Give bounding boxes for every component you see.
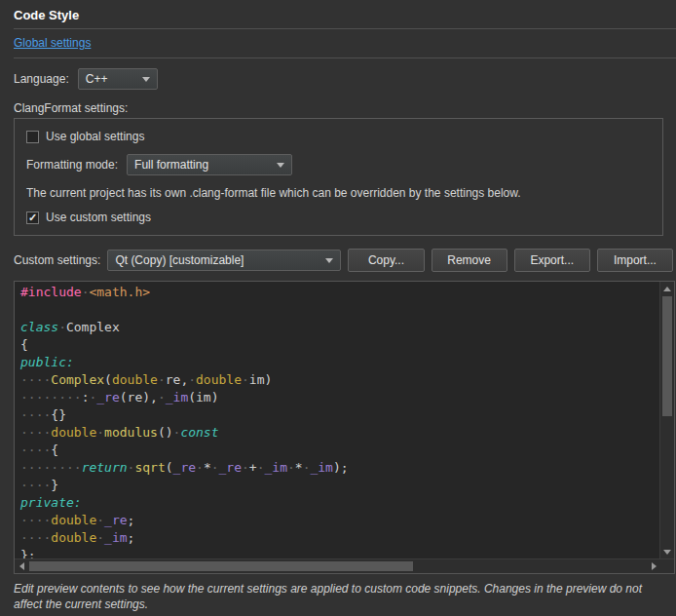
separator [14,58,676,58]
vertical-scrollbar-thumb[interactable] [662,296,672,416]
custom-settings-value: Qt (Copy) [customizable] [115,253,244,267]
code-line [20,301,659,319]
arrow-left-icon [19,562,24,570]
custom-settings-label: Custom settings: [14,253,100,267]
code-line: ····} [20,477,659,494]
language-select-value: C++ [86,72,108,86]
vertical-scrollbar[interactable] [659,282,674,558]
scroll-up-button[interactable] [660,282,674,295]
clang-format-note: The current project has its own .clang-f… [26,186,651,200]
code-editor-content[interactable]: #include·<math.h> class·Complex{public:·… [15,282,659,558]
code-editor-viewport: #include·<math.h> class·Complex{public:·… [15,282,674,558]
arrow-up-icon [663,287,671,291]
clangformat-groupbox: ✓ Use global settings Formatting mode: F… [14,118,663,236]
export-button[interactable]: Export... [514,249,590,272]
code-preview-editor[interactable]: #include·<math.h> class·Complex{public:·… [14,281,675,574]
global-settings-row: Global settings [0,29,676,58]
code-line: ····double·_re; [20,512,659,529]
language-row: Language: C++ [14,68,662,90]
code-line: }; [20,547,659,558]
code-line: ····double·modulus()·const [20,424,659,442]
arrow-right-icon [652,562,657,570]
custom-settings-row: Custom settings: Qt (Copy) [customizable… [14,249,673,272]
code-line: ····{} [20,406,659,424]
code-line: ········:·_re(re),·_im(im) [20,389,659,406]
code-line: class·Complex [20,319,659,336]
formatting-mode-row: Formatting mode: Full formatting [26,154,651,175]
scroll-right-button[interactable] [647,559,660,573]
code-line: { [20,336,659,354]
horizontal-scrollbar-track[interactable] [28,559,647,573]
scroll-left-button[interactable] [15,559,28,573]
horizontal-scrollbar-thumb[interactable] [29,561,413,571]
code-line: public: [20,354,659,371]
language-label: Language: [14,72,69,86]
use-custom-settings-row: ✓ Use custom settings [26,211,651,224]
footer-note: Edit preview contents to see how the cur… [14,581,662,612]
formatting-mode-label: Formatting mode: [26,158,118,172]
import-button[interactable]: Import... [597,249,673,272]
global-settings-link[interactable]: Global settings [14,36,91,50]
clangformat-settings-label: ClangFormat settings: [14,101,662,115]
use-global-settings-row: ✓ Use global settings [26,130,651,143]
code-line: ········return·sqrt(_re·*·_re·+·_im·*·_i… [20,459,659,477]
code-line: ····Complex(double·re,·double·im) [20,371,659,389]
chevron-down-icon [325,258,333,263]
use-global-label[interactable]: Use global settings [46,130,144,143]
formatting-mode-select[interactable]: Full formatting [127,154,292,175]
check-icon: ✓ [28,212,37,223]
code-line: ····double·_im; [20,529,659,547]
chevron-down-icon [142,77,150,82]
scrollbar-corner [660,559,674,573]
horizontal-scrollbar[interactable] [15,558,674,573]
code-style-settings-page: Code Style Global settings Language: C++… [0,0,676,616]
custom-settings-select[interactable]: Qt (Copy) [customizable] [107,250,341,271]
page-title: Code Style [0,0,676,28]
formatting-mode-value: Full formatting [134,158,208,172]
copy-button[interactable]: Copy... [348,249,424,272]
vertical-scrollbar-track[interactable] [660,295,674,545]
remove-button[interactable]: Remove [432,249,507,272]
scroll-down-button[interactable] [660,545,674,558]
language-select[interactable]: C++ [78,68,158,90]
arrow-down-icon [663,550,671,555]
use-custom-checkbox[interactable]: ✓ [26,212,39,224]
code-line: #include·<math.h> [20,284,659,301]
use-custom-label[interactable]: Use custom settings [46,211,151,224]
code-line: ····{ [20,442,659,459]
chevron-down-icon [277,163,284,168]
code-line: private: [20,494,659,512]
use-global-checkbox[interactable]: ✓ [26,131,39,143]
